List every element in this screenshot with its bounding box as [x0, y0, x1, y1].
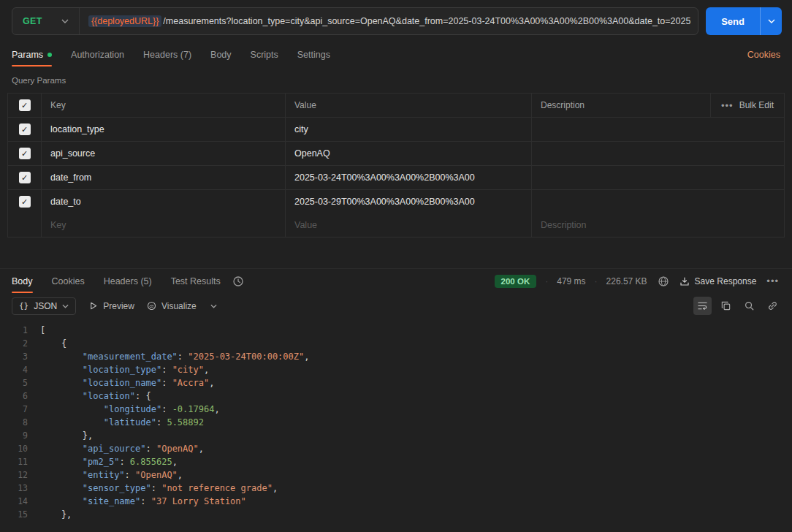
search-icon [744, 300, 755, 311]
param-checkbox[interactable] [19, 123, 31, 135]
param-checkbox[interactable] [19, 148, 31, 159]
save-response-button[interactable]: Save Response [679, 276, 757, 286]
response-more-options-button[interactable]: ••• [765, 275, 780, 287]
meta-separator: · [595, 276, 598, 286]
line-number: 12 [0, 468, 28, 482]
param-key-cell[interactable]: date_to [41, 190, 285, 213]
wrap-text-icon [697, 300, 708, 311]
tab-label: Body [210, 50, 232, 60]
param-key-cell[interactable]: api_source [41, 142, 285, 165]
param-description-cell[interactable] [531, 190, 784, 213]
param-checkbox-cell [8, 213, 41, 237]
description-column-header: Description ••• Bulk Edit [531, 94, 784, 117]
param-value-cell[interactable]: 2025-03-29T00%3A00%3A00%2B00%3A00 [285, 190, 531, 213]
code-line: 4 "location_type": "city", [0, 363, 792, 376]
request-tab-scripts[interactable]: Scripts [251, 42, 278, 66]
request-tab-authorization[interactable]: Authorization [71, 42, 124, 66]
response-body-viewer[interactable]: 1[2 {3 "measurement_date": "2025-03-24T0… [0, 319, 792, 532]
param-value-cell[interactable]: 2025-03-24T00%3A00%3A00%2B00%3A00 [285, 166, 531, 189]
line-number: 1 [0, 324, 28, 337]
description-header-label: Description [541, 100, 710, 110]
request-tab-body[interactable]: Body [210, 42, 232, 66]
param-placeholder-row: Key Value Description [8, 213, 784, 237]
code-line: 10 "api_source": "OpenAQ", [0, 442, 792, 455]
response-tab-headers-5[interactable]: Headers (5) [104, 269, 152, 293]
wrap-text-button[interactable] [693, 297, 712, 315]
param-description-cell[interactable] [531, 142, 784, 165]
code-lines: 1[2 {3 "measurement_date": "2025-03-24T0… [0, 324, 792, 521]
line-number: 13 [0, 482, 28, 495]
request-tab-settings[interactable]: Settings [297, 42, 330, 66]
copy-icon [720, 300, 731, 311]
cookies-link[interactable]: Cookies [747, 50, 780, 60]
history-button[interactable] [232, 276, 244, 287]
copy-button[interactable] [717, 297, 735, 315]
network-info-button[interactable] [656, 274, 671, 289]
param-key-cell[interactable]: location_type [41, 118, 285, 141]
param-checkbox[interactable] [19, 172, 31, 183]
param-value-cell[interactable]: OpenAQ [285, 142, 531, 165]
braces-icon: {} [19, 301, 28, 311]
param-key-input[interactable]: Key [41, 213, 285, 237]
visualize-icon [147, 301, 156, 311]
response-meta: 200 OK · 479 ms · 226.57 KB Save Respons… [495, 274, 780, 289]
code-text: "longitude": -0.17964, [28, 403, 220, 416]
param-checkbox-cell [8, 118, 41, 141]
tab-label: Scripts [251, 50, 278, 60]
param-value-cell[interactable]: city [285, 118, 531, 141]
line-number: 4 [0, 363, 28, 376]
visualize-options-button[interactable] [209, 303, 218, 310]
param-row: api_sourceOpenAQ [8, 142, 784, 166]
play-icon [88, 301, 98, 311]
response-tab-test-results[interactable]: Test Results [171, 269, 221, 293]
more-options-icon: ••• [766, 276, 779, 286]
meta-separator: · [545, 276, 548, 286]
tab-label: Authorization [71, 50, 124, 60]
request-tab-params[interactable]: Params [12, 42, 52, 66]
param-value-input[interactable]: Value [285, 213, 531, 237]
link-button[interactable] [764, 297, 782, 315]
line-number: 9 [0, 429, 28, 442]
globe-icon [658, 276, 669, 287]
bulk-edit-button[interactable]: ••• Bulk Edit [710, 94, 784, 117]
param-description-cell[interactable] [531, 118, 784, 141]
code-line: 12 "entity": "OpenAQ", [0, 468, 792, 482]
preview-button[interactable]: Preview [88, 301, 134, 311]
code-line: 13 "sensor_type": "not reference grade", [0, 482, 792, 495]
line-number: 2 [0, 337, 28, 350]
code-line: 9 }, [0, 429, 792, 442]
response-tabs: BodyCookiesHeaders (5)Test Results [12, 269, 221, 293]
format-dropdown[interactable]: {} JSON [12, 297, 76, 315]
format-label: JSON [34, 301, 57, 311]
visualize-button[interactable]: Visualize [147, 301, 197, 311]
response-tab-body[interactable]: Body [12, 269, 33, 293]
line-number: 7 [0, 403, 28, 416]
code-line: 3 "measurement_date": "2025-03-24T00:00:… [0, 350, 792, 363]
send-options-button[interactable] [760, 7, 782, 35]
code-line: 8 "latitude": 5.58892 [0, 416, 792, 429]
bulk-edit-icon: ••• [721, 101, 734, 110]
line-number: 5 [0, 376, 28, 390]
line-number: 15 [0, 508, 28, 521]
response-time: 479 ms [557, 276, 585, 286]
status-badge: 200 OK [495, 275, 537, 288]
param-description-input[interactable]: Description [531, 213, 784, 237]
response-tab-cookies[interactable]: Cookies [52, 269, 85, 293]
tab-label: Test Results [171, 276, 221, 286]
search-button[interactable] [740, 297, 758, 315]
param-description-cell[interactable] [531, 166, 784, 189]
code-text: "location": { [28, 390, 151, 403]
code-text: }, [28, 508, 72, 521]
param-key-cell[interactable]: date_from [41, 166, 285, 189]
request-tab-headers-7[interactable]: Headers (7) [143, 42, 191, 66]
chevron-down-icon [210, 304, 217, 308]
request-tabs: ParamsAuthorizationHeaders (7)BodyScript… [12, 42, 330, 66]
param-checkbox[interactable] [19, 196, 31, 208]
method-dropdown[interactable]: GET [12, 8, 79, 34]
send-button[interactable]: Send [706, 7, 760, 35]
select-all-checkbox[interactable] [19, 99, 31, 111]
response-size: 226.57 KB [606, 276, 647, 286]
url-input[interactable]: {{deployedURL}} /measurements?location_t… [79, 8, 698, 34]
url-variable: {{deployedURL}} [88, 15, 161, 27]
query-params-title: Query Params [12, 76, 780, 85]
